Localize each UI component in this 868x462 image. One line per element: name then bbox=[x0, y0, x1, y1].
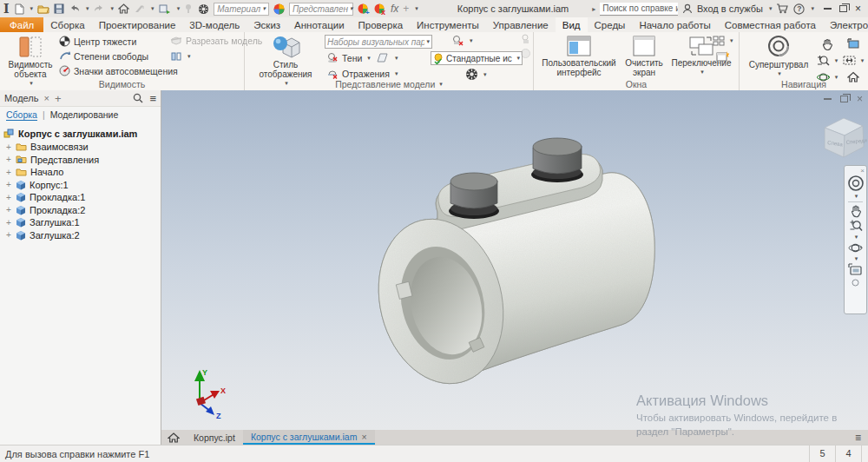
doc-tab-overflow-icon[interactable]: ≡ bbox=[848, 430, 868, 445]
zoom-fit-button[interactable]: ▾ bbox=[843, 55, 865, 66]
navbar-orbit-icon[interactable] bbox=[848, 241, 863, 254]
navbar-orbit-dropdown-icon[interactable]: ▾ bbox=[855, 255, 858, 262]
presentation-pin-icon[interactable] bbox=[184, 3, 194, 14]
new-window-icon[interactable] bbox=[716, 50, 729, 62]
new-file-dropdown-icon[interactable]: ▾ bbox=[30, 5, 34, 12]
look-at-icon[interactable] bbox=[847, 38, 860, 50]
expand-icon[interactable]: + bbox=[5, 218, 12, 228]
redo-icon[interactable] bbox=[94, 4, 105, 14]
navbar-wheel-dropdown-icon[interactable]: ▾ bbox=[855, 193, 858, 200]
navbar-pan-icon[interactable] bbox=[849, 204, 863, 218]
tree-item-korpus[interactable]: + Корпус:1 bbox=[0, 179, 161, 192]
browser-search-icon[interactable] bbox=[133, 93, 143, 103]
panel-expander-icon[interactable]: ▸ bbox=[592, 5, 595, 13]
target-camera-icon[interactable] bbox=[521, 34, 531, 45]
doc-restore-button[interactable] bbox=[840, 96, 848, 102]
expand-icon[interactable]: + bbox=[5, 180, 12, 189]
appearance-gear-icon[interactable] bbox=[198, 3, 209, 15]
tree-item-representations[interactable]: + Представления bbox=[0, 154, 161, 167]
new-file-icon[interactable] bbox=[14, 3, 24, 15]
tree-item-origin[interactable]: + Начало bbox=[0, 166, 161, 179]
imate-glyphs-toggle[interactable]: Значки автосовмещения bbox=[59, 65, 178, 76]
tree-item-prokladka2[interactable]: + Прокладка:2 bbox=[0, 204, 161, 217]
tab-design[interactable]: Проектирование bbox=[92, 17, 183, 32]
browser-menu-icon[interactable]: ≡ bbox=[149, 92, 156, 105]
browser-add-tab-icon[interactable]: + bbox=[55, 92, 62, 105]
navbar-close-icon[interactable]: × bbox=[860, 168, 865, 174]
model-state-icon[interactable] bbox=[159, 3, 171, 14]
tab-environments[interactable]: Среды bbox=[588, 17, 633, 32]
tab-electromechanical[interactable]: Электромеханический проект bbox=[823, 17, 868, 32]
material-combo[interactable]: Материал▾ bbox=[214, 3, 269, 16]
qat-customize-icon[interactable]: ▾ bbox=[415, 5, 418, 12]
navbar-zoom-dropdown-icon[interactable]: ▾ bbox=[855, 234, 858, 241]
navbar-steeringwheel-icon[interactable] bbox=[847, 175, 865, 192]
visual-styles-combo[interactable]: Наборы визуальных пара▾ bbox=[325, 35, 432, 49]
assembly-3d-model[interactable] bbox=[347, 125, 677, 399]
doc-minimize-button[interactable] bbox=[824, 98, 832, 100]
tab-annotate[interactable]: Аннотации bbox=[287, 17, 351, 32]
view-cube[interactable]: Слева Спереди bbox=[814, 111, 868, 167]
switch-environment-icon[interactable] bbox=[134, 4, 145, 14]
reflections-button[interactable]: Отражения▾ bbox=[326, 68, 398, 79]
image-plane-button[interactable]: ▾ bbox=[451, 35, 473, 47]
tab-assembly[interactable]: Сборка bbox=[43, 17, 91, 32]
expand-icon[interactable]: + bbox=[5, 168, 12, 177]
signin-button[interactable]: Вход в службы bbox=[697, 3, 763, 14]
browser-tab-model[interactable]: Модель bbox=[4, 93, 38, 103]
tree-item-zaglushka2[interactable]: + Заглушка:2 bbox=[0, 229, 161, 242]
store-cart-icon[interactable] bbox=[776, 3, 789, 14]
tab-file[interactable]: Файл bbox=[0, 17, 43, 32]
switch-dropdown-icon[interactable]: ▾ bbox=[151, 5, 155, 12]
sun-icon[interactable] bbox=[520, 48, 531, 59]
expand-icon[interactable]: + bbox=[5, 205, 12, 214]
help-search-input[interactable]: Поиск по справке и командам. bbox=[600, 3, 678, 16]
tab-inspect[interactable]: Проверка bbox=[352, 17, 411, 32]
minimize-button[interactable] bbox=[824, 8, 832, 10]
help-dropdown-icon[interactable]: ▾ bbox=[811, 5, 814, 12]
help-icon[interactable]: ? bbox=[793, 3, 805, 15]
pan-icon[interactable] bbox=[821, 38, 833, 50]
browser-tab-close-icon[interactable]: × bbox=[43, 93, 49, 103]
tree-item-prokladka1[interactable]: + Прокладка:1 bbox=[0, 191, 161, 204]
degrees-of-freedom-toggle[interactable]: Степени свободы bbox=[59, 50, 178, 62]
color-wheel-add-icon[interactable]: + bbox=[358, 3, 370, 15]
redo-dropdown-icon[interactable]: ▾ bbox=[111, 5, 115, 12]
signin-dropdown-icon[interactable]: ▾ bbox=[769, 5, 773, 12]
user-icon[interactable] bbox=[682, 3, 693, 14]
tree-item-relationships[interactable]: + Взаимосвязи bbox=[0, 141, 161, 154]
filter-assembly[interactable]: Сборка bbox=[6, 109, 37, 121]
navbar-more-icon[interactable] bbox=[852, 279, 859, 287]
tab-view[interactable]: Вид bbox=[556, 17, 588, 32]
doc-tab-close-icon[interactable]: × bbox=[361, 432, 366, 442]
clean-screen-button[interactable]: Очиститьэкран bbox=[619, 35, 669, 77]
expand-icon[interactable]: + bbox=[5, 142, 12, 152]
graphics-window[interactable]: × bbox=[161, 90, 868, 430]
add-qat-icon[interactable]: + bbox=[403, 3, 409, 15]
color-wheel-icon[interactable] bbox=[273, 3, 285, 15]
doc-tab-korpus-assembly[interactable]: Корпус с заглушками.iam × bbox=[243, 430, 375, 445]
center-of-gravity-toggle[interactable]: Центр тяжести bbox=[59, 36, 178, 47]
home-icon[interactable] bbox=[118, 3, 129, 14]
parameters-fx-icon[interactable]: fx bbox=[391, 3, 398, 15]
representation-combo[interactable]: Представлен▾ bbox=[289, 3, 353, 16]
tab-manage[interactable]: Управление bbox=[486, 17, 556, 32]
tile-windows-button[interactable]: ▾ bbox=[713, 36, 733, 46]
close-button[interactable]: × bbox=[855, 4, 861, 13]
doc-tab-korpus-ipt[interactable]: Корпус.ipt bbox=[186, 430, 243, 445]
model-state-dropdown-icon[interactable]: ▾ bbox=[177, 5, 181, 12]
tree-root[interactable]: Корпус с заглушками.iam bbox=[0, 126, 161, 141]
shadows-button[interactable]: Тени▾ bbox=[326, 52, 371, 63]
navbar-look-at-icon[interactable] bbox=[848, 263, 864, 276]
tab-collaborate[interactable]: Совместная работа bbox=[718, 17, 823, 32]
save-icon[interactable] bbox=[54, 3, 64, 14]
tab-get-started[interactable]: Начало работы bbox=[632, 17, 717, 32]
lighting-styles-combo[interactable]: Стандартные ис▾ bbox=[431, 51, 523, 65]
open-icon[interactable] bbox=[37, 3, 49, 14]
navbar-zoom-icon[interactable] bbox=[849, 219, 863, 233]
doc-close-button[interactable]: × bbox=[857, 95, 863, 103]
app-logo-icon[interactable]: I bbox=[3, 2, 10, 16]
undo-icon[interactable] bbox=[69, 4, 80, 14]
expand-icon[interactable]: + bbox=[5, 155, 12, 164]
tree-item-zaglushka1[interactable]: + Заглушка:1 bbox=[0, 216, 161, 229]
